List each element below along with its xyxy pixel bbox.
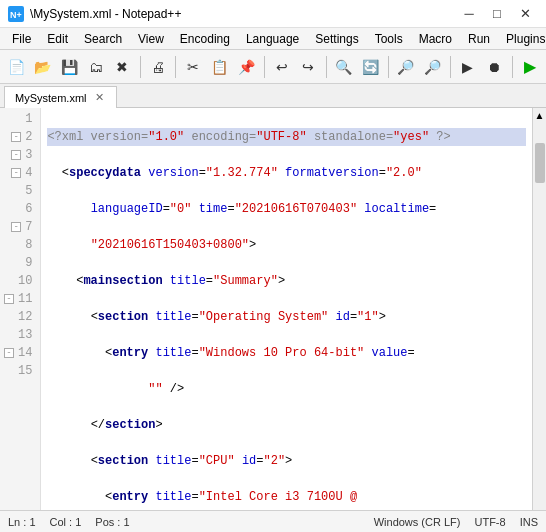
maximize-button[interactable]: □	[484, 4, 510, 24]
title-bar-left: N+ \MySystem.xml - Notepad++	[8, 6, 181, 22]
find-button[interactable]: 🔍	[332, 54, 357, 80]
menu-tools[interactable]: Tools	[367, 30, 411, 48]
code-line-7: <section title="CPU" id="2">	[47, 452, 526, 470]
menu-run[interactable]: Run	[460, 30, 498, 48]
separator-4	[326, 56, 327, 78]
copy-button[interactable]: 📋	[208, 54, 233, 80]
ln-14: -14	[4, 344, 32, 362]
ln-5: 5	[4, 182, 32, 200]
menu-macro[interactable]: Macro	[411, 30, 460, 48]
ln-3: -3	[4, 146, 32, 164]
status-right: Windows (CR LF) UTF-8 INS	[374, 516, 538, 528]
vertical-scrollbar[interactable]: ▲	[532, 108, 546, 510]
code-editor[interactable]: <?xml version="1.0" encoding="UTF-8" sta…	[41, 108, 532, 510]
menu-search[interactable]: Search	[76, 30, 130, 48]
save-all-button[interactable]: 🗂	[84, 54, 109, 80]
zoom-in-button[interactable]: 🔎	[394, 54, 419, 80]
minimize-button[interactable]: ─	[456, 4, 482, 24]
paste-button[interactable]: 📌	[234, 54, 259, 80]
ln-10: 10	[4, 272, 32, 290]
separator-1	[140, 56, 141, 78]
zoom-out-button[interactable]: 🔎	[420, 54, 445, 80]
ln-2: -2	[4, 128, 32, 146]
code-line-8: <entry title="Intel Core i3 7100U @	[47, 488, 526, 506]
status-line-ending[interactable]: Windows (CR LF)	[374, 516, 461, 528]
code-line-3: <mainsection title="Summary">	[47, 272, 526, 290]
status-col: Col : 1	[50, 516, 82, 528]
ln-4: -4	[4, 164, 32, 182]
code-line-6: </section>	[47, 416, 526, 434]
menu-bar: File Edit Search View Encoding Language …	[0, 28, 546, 50]
ln-12: 12	[4, 308, 32, 326]
title-bar: N+ \MySystem.xml - Notepad++ ─ □ ✕	[0, 0, 546, 28]
status-pos: Pos : 1	[95, 516, 129, 528]
separator-7	[512, 56, 513, 78]
run-button[interactable]: ▶	[518, 54, 543, 80]
ln-8: 8	[4, 236, 32, 254]
fold-icon-2[interactable]: -	[11, 132, 21, 142]
fold-icon-7[interactable]: -	[11, 222, 21, 232]
undo-button[interactable]: ↩	[270, 54, 295, 80]
close-button[interactable]: ✕	[512, 4, 538, 24]
app-icon: N+	[8, 6, 24, 22]
replace-button[interactable]: 🔄	[358, 54, 383, 80]
tab-bar: MySystem.xml ✕	[0, 84, 546, 108]
editor-area: 1 -2 -3 -4 5 6 -7 8 9 10 -11 12 13 -14 1…	[0, 108, 546, 510]
scroll-thumb[interactable]	[535, 143, 545, 183]
record-button[interactable]: ⏺	[482, 54, 507, 80]
code-line-4: <section title="Operating System" id="1"…	[47, 308, 526, 326]
tab-label: MySystem.xml	[15, 92, 87, 104]
code-line-5b: "" />	[47, 380, 526, 398]
status-bar: Ln : 1 Col : 1 Pos : 1 Windows (CR LF) U…	[0, 510, 546, 532]
status-encoding[interactable]: UTF-8	[474, 516, 505, 528]
window-title: \MySystem.xml - Notepad++	[30, 7, 181, 21]
cut-button[interactable]: ✂	[181, 54, 206, 80]
status-ln: Ln : 1	[8, 516, 36, 528]
separator-3	[264, 56, 265, 78]
open-button[interactable]: 📂	[31, 54, 56, 80]
ln-11: -11	[4, 290, 32, 308]
ln-7: -7	[4, 218, 32, 236]
ln-9: 9	[4, 254, 32, 272]
separator-6	[450, 56, 451, 78]
menu-language[interactable]: Language	[238, 30, 307, 48]
ln-15: 15	[4, 362, 32, 380]
menu-file[interactable]: File	[4, 30, 39, 48]
ln-1: 1	[4, 110, 32, 128]
menu-view[interactable]: View	[130, 30, 172, 48]
redo-button[interactable]: ↪	[296, 54, 321, 80]
code-line-5: <entry title="Windows 10 Pro 64-bit" val…	[47, 344, 526, 362]
fold-icon-4[interactable]: -	[11, 168, 21, 178]
code-line-2: <speccydata version="1.32.774" formatver…	[47, 164, 526, 182]
scroll-up-arrow[interactable]: ▲	[533, 108, 546, 123]
macro-button[interactable]: ▶	[456, 54, 481, 80]
fold-icon-11[interactable]: -	[4, 294, 14, 304]
separator-2	[175, 56, 176, 78]
status-mode: INS	[520, 516, 538, 528]
status-left: Ln : 1 Col : 1 Pos : 1	[8, 516, 130, 528]
ln-6: 6	[4, 200, 32, 218]
print-button[interactable]: 🖨	[146, 54, 171, 80]
line-numbers: 1 -2 -3 -4 5 6 -7 8 9 10 -11 12 13 -14 1…	[0, 108, 41, 510]
save-button[interactable]: 💾	[57, 54, 82, 80]
menu-settings[interactable]: Settings	[307, 30, 366, 48]
menu-edit[interactable]: Edit	[39, 30, 76, 48]
separator-5	[388, 56, 389, 78]
toolbar: 📄 📂 💾 🗂 ✖ 🖨 ✂ 📋 📌 ↩ ↪ 🔍 🔄 🔎 🔎 ▶ ⏺ ▶	[0, 50, 546, 84]
code-line-2c: "20210616T150403+0800">	[47, 236, 526, 254]
close-doc-button[interactable]: ✖	[110, 54, 135, 80]
svg-text:N+: N+	[10, 10, 22, 20]
code-line-1: <?xml version="1.0" encoding="UTF-8" sta…	[47, 128, 526, 146]
new-button[interactable]: 📄	[4, 54, 29, 80]
tab-close-button[interactable]: ✕	[93, 91, 106, 104]
fold-icon-3[interactable]: -	[11, 150, 21, 160]
fold-icon-14[interactable]: -	[4, 348, 14, 358]
file-tab[interactable]: MySystem.xml ✕	[4, 86, 117, 108]
menu-encoding[interactable]: Encoding	[172, 30, 238, 48]
code-line-2b: languageID="0" time="20210616T070403" lo…	[47, 200, 526, 218]
ln-13: 13	[4, 326, 32, 344]
menu-plugins[interactable]: Plugins	[498, 30, 546, 48]
title-controls: ─ □ ✕	[456, 4, 538, 24]
